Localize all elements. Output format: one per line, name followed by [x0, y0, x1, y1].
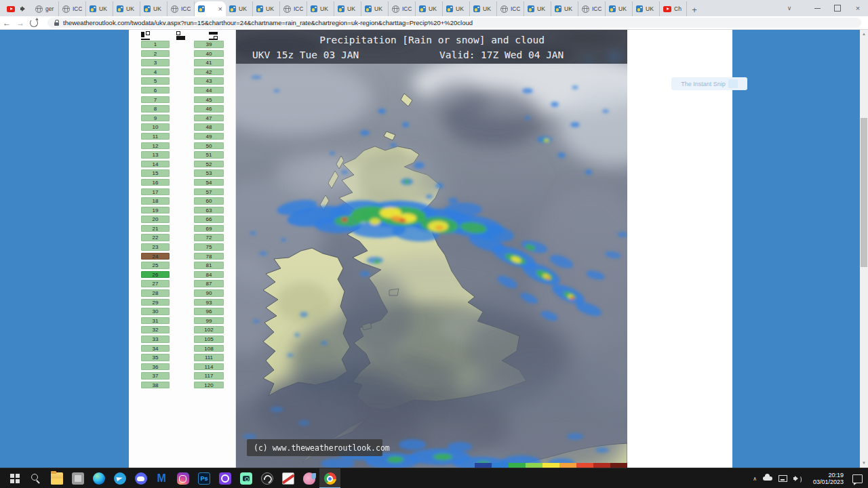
hour-button-4[interactable]: 4: [141, 68, 170, 76]
hour-button-27[interactable]: 27: [141, 280, 170, 287]
tab-4[interactable]: UK: [140, 1, 167, 16]
hour-button-102[interactable]: 102: [194, 326, 224, 333]
hour-button-57[interactable]: 57: [194, 188, 224, 196]
new-tab-button[interactable]: +: [687, 3, 702, 16]
hour-button-25[interactable]: 25: [141, 262, 170, 269]
hour-button-18[interactable]: 18: [141, 197, 170, 205]
hour-button-9[interactable]: 9: [141, 115, 170, 122]
tab-19[interactable]: UK: [551, 1, 578, 16]
hour-button-81[interactable]: 81: [194, 262, 224, 269]
hour-button-105[interactable]: 105: [194, 336, 224, 343]
tab-9[interactable]: ICC: [280, 1, 307, 16]
tab-close-icon[interactable]: ×: [218, 5, 222, 12]
tab-2[interactable]: UK: [86, 1, 113, 16]
tab-0[interactable]: ger: [32, 1, 59, 16]
pinned-tab-area[interactable]: [0, 1, 32, 16]
hour-button-99[interactable]: 99: [194, 317, 224, 325]
hour-button-117[interactable]: 117: [194, 372, 224, 380]
hour-button-6[interactable]: 6: [141, 87, 170, 94]
taskbar-button-discord[interactable]: [130, 468, 151, 488]
hour-button-22[interactable]: 22: [141, 234, 170, 241]
hour-button-38[interactable]: 38: [141, 382, 170, 389]
scrollbar-thumb[interactable]: [861, 118, 867, 267]
chart-layout-icon-2[interactable]: [176, 32, 185, 40]
tab-18[interactable]: UK: [524, 1, 551, 16]
maximize-button[interactable]: [827, 0, 848, 16]
hour-button-44[interactable]: 44: [194, 87, 224, 94]
hour-button-34[interactable]: 34: [141, 345, 170, 352]
taskbar-button-pink-app[interactable]: [298, 468, 319, 488]
taskbar-button-malwarebytes[interactable]: [151, 468, 172, 488]
tab-3[interactable]: UK: [113, 1, 140, 16]
tab-14[interactable]: UK: [416, 1, 443, 16]
address-bar[interactable]: theweatheroutlook.com/twodata/ukv.aspx?r…: [47, 18, 861, 28]
tab-10[interactable]: UK: [307, 1, 334, 16]
hour-button-93[interactable]: 93: [194, 299, 224, 306]
hour-button-54[interactable]: 54: [194, 179, 224, 186]
tab-16[interactable]: UK: [470, 1, 497, 16]
volume-icon[interactable]: [793, 475, 802, 482]
hour-button-16[interactable]: 16: [141, 179, 170, 186]
taskbar-button-file-explorer[interactable]: [46, 468, 67, 488]
hour-button-15[interactable]: 15: [141, 169, 170, 177]
hour-button-39[interactable]: 39: [194, 41, 224, 48]
tab-search-chevron-icon[interactable]: ∨: [781, 0, 797, 16]
hour-button-19[interactable]: 19: [141, 207, 170, 214]
taskbar-button-green-camera-app[interactable]: [235, 468, 256, 488]
hour-button-66[interactable]: 66: [194, 216, 224, 223]
youtube-pinned-tab-icon[interactable]: [7, 6, 15, 12]
tab-21[interactable]: UK: [606, 1, 633, 16]
hour-button-8[interactable]: 8: [141, 105, 170, 113]
hour-button-2[interactable]: 2: [141, 50, 170, 58]
network-icon[interactable]: [778, 475, 787, 482]
hour-button-90[interactable]: 90: [194, 289, 224, 297]
hour-button-63[interactable]: 63: [194, 207, 224, 214]
hour-button-12[interactable]: 12: [141, 142, 170, 150]
hour-button-48[interactable]: 48: [194, 123, 224, 131]
taskbar-button-search[interactable]: [25, 468, 46, 488]
hour-button-46[interactable]: 46: [194, 105, 224, 113]
hour-button-75[interactable]: 75: [194, 243, 224, 251]
taskbar-button-start[interactable]: [4, 468, 25, 488]
hour-button-96[interactable]: 96: [194, 308, 224, 315]
taskbar-button-instagram[interactable]: [172, 468, 193, 488]
hour-button-53[interactable]: 53: [194, 169, 224, 177]
reload-icon[interactable]: [30, 19, 38, 27]
hour-button-87[interactable]: 87: [194, 280, 224, 287]
hour-button-11[interactable]: 11: [141, 133, 170, 140]
hour-button-33[interactable]: 33: [141, 336, 170, 343]
hour-button-10[interactable]: 10: [141, 123, 170, 131]
taskbar-button-photos-app[interactable]: [67, 468, 88, 488]
page-scrollbar[interactable]: ▲ ▼: [860, 30, 868, 468]
active-tab[interactable]: ×: [195, 1, 226, 16]
hour-button-45[interactable]: 45: [194, 96, 224, 104]
hour-button-24[interactable]: 24: [141, 253, 170, 260]
hour-button-1[interactable]: 1: [141, 41, 170, 48]
hour-button-43[interactable]: 43: [194, 77, 224, 85]
hour-button-30[interactable]: 30: [141, 308, 170, 315]
hour-button-31[interactable]: 31: [141, 317, 170, 325]
hour-button-41[interactable]: 41: [194, 59, 224, 66]
tab-13[interactable]: ICC: [389, 1, 416, 16]
hour-button-50[interactable]: 50: [194, 142, 224, 150]
tab-11[interactable]: UK: [334, 1, 361, 16]
hour-button-21[interactable]: 21: [141, 225, 170, 232]
hour-button-60[interactable]: 60: [194, 197, 224, 205]
taskbar-button-photoshop[interactable]: [193, 468, 214, 488]
close-window-button[interactable]: ×: [848, 0, 868, 16]
hour-button-3[interactable]: 3: [141, 59, 170, 66]
back-icon[interactable]: ←: [0, 18, 14, 28]
tab-22[interactable]: UK: [633, 1, 660, 16]
tab-20[interactable]: ICC: [578, 1, 606, 16]
onedrive-cloud-icon[interactable]: [763, 476, 772, 481]
minimize-button[interactable]: [807, 0, 827, 16]
hour-button-20[interactable]: 20: [141, 216, 170, 223]
hour-button-23[interactable]: 23: [141, 243, 170, 251]
hour-button-52[interactable]: 52: [194, 161, 224, 168]
hour-button-36[interactable]: 36: [141, 363, 170, 371]
hour-button-28[interactable]: 28: [141, 289, 170, 297]
taskbar-clock[interactable]: 20:19 03/01/2023: [808, 472, 844, 486]
hour-button-29[interactable]: 29: [141, 299, 170, 306]
tab-7[interactable]: UK: [226, 1, 253, 16]
hour-button-84[interactable]: 84: [194, 271, 224, 279]
